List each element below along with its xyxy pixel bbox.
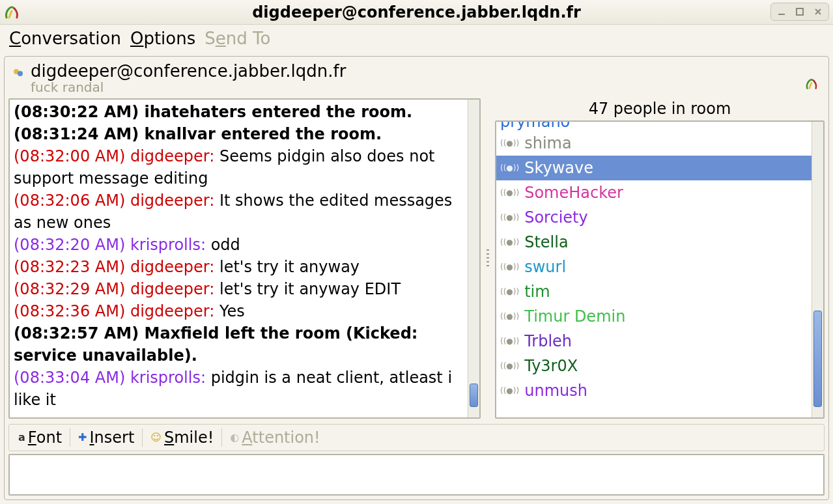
presence-icon: ((●)) xyxy=(500,312,519,321)
message-line: (08:32:23 AM) digdeeper: let's try it an… xyxy=(14,256,464,278)
roster-item[interactable]: ((●))swurl xyxy=(496,255,812,279)
message-line: (08:31:24 AM) knallvar entered the room. xyxy=(14,123,464,145)
message-nick: digdeeper: xyxy=(130,258,214,276)
message-line: (08:32:36 AM) digdeeper: Yes xyxy=(14,300,464,322)
message-timestamp: (08:33:04 AM) xyxy=(14,369,125,387)
roster-item-name: SomeHacker xyxy=(524,184,623,202)
presence-icon: ((●)) xyxy=(500,386,519,395)
message-timestamp: (08:32:06 AM) xyxy=(14,191,125,210)
menu-conversation[interactable]: Conversation xyxy=(9,29,121,48)
message-text: let's try it anyway EDIT xyxy=(219,280,401,298)
presence-icon: ((●)) xyxy=(500,139,519,148)
roster-item-name: Timur Demin xyxy=(524,307,625,326)
presence-icon: ((●)) xyxy=(500,262,519,272)
message-nick: digdeeper: xyxy=(130,191,214,210)
maximize-button[interactable] xyxy=(792,5,808,19)
message-line: (08:32:29 AM) digdeeper: let's try it an… xyxy=(14,278,464,300)
presence-icon: ((●)) xyxy=(500,163,519,173)
message-line: (08:33:04 AM) krisprolls: pidgin is a ne… xyxy=(14,367,464,411)
message-timestamp: (08:32:36 AM) xyxy=(14,302,125,320)
message-line: (08:32:06 AM) digdeeper: It shows the ed… xyxy=(14,189,464,234)
presence-icon: ((●)) xyxy=(500,287,519,296)
roster-item[interactable]: ((●))SomeHacker xyxy=(496,180,812,205)
message-timestamp: (08:32:00 AM) xyxy=(14,147,125,165)
chatroom-icon xyxy=(12,66,24,77)
message-nick: digdeeper: xyxy=(130,280,214,298)
message-timestamp: (08:32:20 AM) xyxy=(14,236,125,254)
attention-button[interactable]: ◐ Attention! xyxy=(225,427,325,448)
font-icon: a xyxy=(18,432,25,443)
menu-bar: Conversation Options Send To xyxy=(0,25,833,52)
message-text: knallvar entered the room. xyxy=(145,125,382,143)
roster-item[interactable]: ((●))unmush xyxy=(496,378,812,403)
roster-item-name: Skywave xyxy=(524,159,593,177)
roster-item-name: Sorciety xyxy=(524,208,588,227)
message-input[interactable] xyxy=(10,455,823,494)
roster-item[interactable]: ((●))Skywave xyxy=(496,156,812,180)
menu-send-to[interactable]: Send To xyxy=(205,29,270,48)
toolbar-separator xyxy=(221,428,222,447)
roster-item[interactable]: ((●))shima xyxy=(496,131,812,156)
roster-item-name: shima xyxy=(524,134,571,152)
roster-item[interactable]: ((●))tim xyxy=(496,279,812,304)
roster-item-name: Ty3r0X xyxy=(524,357,578,375)
message-nick: krisprolls: xyxy=(130,369,206,387)
message-timestamp: (08:31:24 AM) xyxy=(14,125,139,143)
message-line: (08:32:20 AM) krisprolls: odd xyxy=(14,234,464,256)
conversation-header: digdeeper@conference.jabber.lqdn.fr fuck… xyxy=(5,57,828,98)
message-nick: krisprolls: xyxy=(130,236,206,254)
title-bar: digdeeper@conference.jabber.lqdn.fr xyxy=(0,0,833,25)
roster-item-name: Stella xyxy=(524,233,568,251)
roster-item-name: tim xyxy=(524,283,550,301)
roster-count: 47 people in room xyxy=(495,98,825,120)
room-name: digdeeper@conference.jabber.lqdn.fr xyxy=(31,62,798,80)
format-toolbar: a Font ✚ Insert ☺ Smile! ◐ Attention! xyxy=(8,424,825,451)
conversation-pane: (08:30:22 AM) ihatehaters entered the ro… xyxy=(8,98,481,419)
roster-item[interactable]: ((●))Ty3r0X xyxy=(496,354,812,378)
tab-protocol-icon xyxy=(805,77,818,94)
roster-pane: 47 people in room prymano ((●))shima((●)… xyxy=(495,98,825,419)
roster-list[interactable]: prymano ((●))shima((●))Skywave((●))SomeH… xyxy=(496,122,812,417)
toolbar-separator xyxy=(70,428,70,447)
font-button[interactable]: a Font xyxy=(13,427,67,448)
message-timestamp: (08:32:23 AM) xyxy=(14,258,125,276)
roster-item-name: Trbleh xyxy=(524,332,572,350)
message-nick: digdeeper: xyxy=(130,302,214,320)
message-line: (08:32:00 AM) digdeeper: Seems pidgin al… xyxy=(14,145,464,189)
app-icon xyxy=(4,5,20,20)
close-button[interactable] xyxy=(810,5,826,19)
svg-point-3 xyxy=(18,71,23,76)
window-title: digdeeper@conference.jabber.lqdn.fr xyxy=(0,3,833,21)
conversation-log[interactable]: (08:30:22 AM) ihatehaters entered the ro… xyxy=(10,100,468,417)
message-line: (08:30:22 AM) ihatehaters entered the ro… xyxy=(14,101,464,123)
roster-scrollbar[interactable] xyxy=(812,122,823,417)
roster-item[interactable]: ((●))Sorciety xyxy=(496,205,812,230)
conversation-scrollbar[interactable] xyxy=(468,100,479,417)
minimize-button[interactable] xyxy=(774,5,789,19)
message-input-area xyxy=(8,454,825,496)
presence-icon: ((●)) xyxy=(500,238,519,247)
pane-divider[interactable] xyxy=(486,98,490,419)
smile-button[interactable]: ☺ Smile! xyxy=(145,427,219,448)
roster-item-name: unmush xyxy=(524,382,587,400)
svg-rect-0 xyxy=(778,14,785,15)
insert-button[interactable]: ✚ Insert xyxy=(73,427,139,448)
roster-item[interactable]: ((●))Trbleh xyxy=(496,329,812,354)
message-text: ihatehaters entered the room. xyxy=(145,103,413,121)
room-topic: fuck randal xyxy=(31,80,798,94)
roster-item[interactable]: ((●))Timur Demin xyxy=(496,304,812,329)
insert-icon: ✚ xyxy=(78,432,87,443)
svg-rect-1 xyxy=(797,8,803,15)
presence-icon: ((●)) xyxy=(500,361,519,371)
window-controls xyxy=(770,3,829,21)
message-text: let's try it anyway xyxy=(219,258,360,276)
message-timestamp: (08:32:29 AM) xyxy=(14,280,125,298)
presence-icon: ((●)) xyxy=(500,188,519,197)
menu-options[interactable]: Options xyxy=(130,29,195,48)
roster-item[interactable]: ((●))Stella xyxy=(496,230,812,255)
message-timestamp: (08:32:57 AM) xyxy=(14,324,139,343)
presence-icon: ((●)) xyxy=(500,213,519,222)
smile-icon: ☺ xyxy=(150,432,162,443)
message-text: odd xyxy=(211,236,240,254)
message-line: (08:32:57 AM) Maxfield left the room (Ki… xyxy=(14,322,464,367)
